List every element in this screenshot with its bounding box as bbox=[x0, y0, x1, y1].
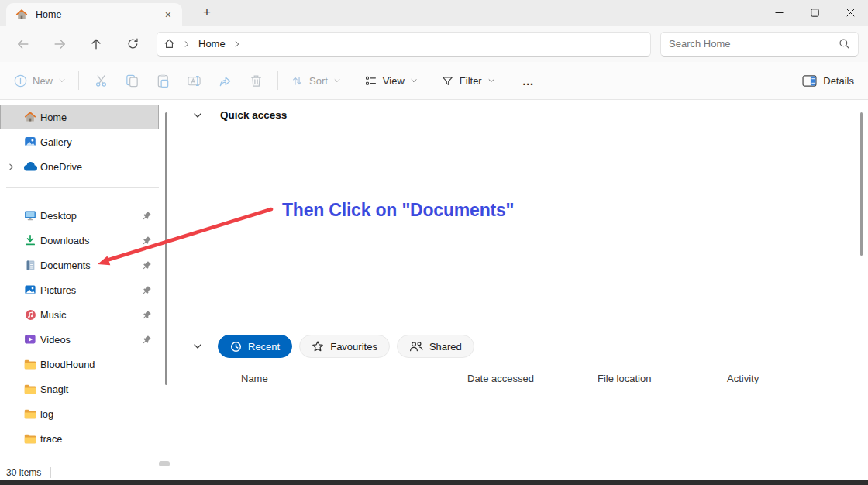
pin-icon[interactable] bbox=[142, 285, 152, 295]
pin-icon[interactable] bbox=[142, 236, 152, 246]
sidebar-item-label: log bbox=[40, 408, 53, 420]
onedrive-icon bbox=[23, 162, 37, 171]
status-bar: 30 items bbox=[0, 465, 868, 480]
pill-shared[interactable]: Shared bbox=[397, 335, 474, 358]
pin-icon[interactable] bbox=[142, 310, 152, 320]
sidebar-item-bloodhound[interactable]: BloodHound bbox=[0, 352, 159, 377]
music-icon bbox=[23, 309, 37, 321]
chevron-down-icon[interactable] bbox=[192, 341, 203, 352]
sidebar-item-trace[interactable]: trace bbox=[0, 426, 159, 451]
pin-icon[interactable] bbox=[142, 335, 152, 345]
pill-recent[interactable]: Recent bbox=[218, 335, 292, 358]
cut-button[interactable] bbox=[85, 67, 116, 94]
sidebar-item-snagit[interactable]: Snagit bbox=[0, 377, 159, 401]
videos-icon bbox=[23, 333, 37, 346]
sidebar-item-label: Downloads bbox=[40, 235, 89, 246]
quick-access-section-header: Quick access bbox=[192, 109, 287, 121]
downloads-icon bbox=[23, 234, 37, 246]
pill-label: Recent bbox=[248, 341, 280, 353]
folder-icon bbox=[23, 384, 37, 394]
sidebar-item-label: OneDrive bbox=[40, 161, 82, 173]
column-header-name[interactable]: Name bbox=[241, 373, 268, 384]
pill-label: Shared bbox=[429, 341, 462, 353]
view-button[interactable]: View bbox=[358, 70, 424, 92]
filter-button-label: Filter bbox=[460, 75, 482, 87]
sidebar-item-label: trace bbox=[40, 433, 62, 445]
paste-button[interactable] bbox=[147, 67, 178, 94]
activity-section-header: Recent Favourites Shared bbox=[192, 335, 474, 358]
desktop-icon bbox=[23, 209, 37, 222]
column-header-activity[interactable]: Activity bbox=[727, 373, 759, 384]
pin-icon[interactable] bbox=[142, 260, 152, 270]
chevron-right-icon[interactable] bbox=[7, 163, 18, 171]
up-button[interactable] bbox=[83, 31, 109, 57]
sidebar-item-downloads[interactable]: Downloads bbox=[0, 228, 159, 253]
close-button[interactable] bbox=[832, 0, 868, 26]
sidebar-item-label: BloodHound bbox=[40, 359, 95, 370]
sort-button[interactable]: Sort bbox=[284, 70, 347, 92]
sidebar-item-documents[interactable]: Documents bbox=[0, 253, 159, 277]
minimize-button[interactable] bbox=[761, 0, 797, 26]
address-bar[interactable]: Home bbox=[157, 32, 651, 57]
search-input[interactable] bbox=[669, 38, 839, 50]
sidebar-item-label: Home bbox=[40, 112, 67, 123]
sidebar-scrollbar[interactable] bbox=[165, 112, 167, 385]
pill-favourites[interactable]: Favourites bbox=[299, 335, 390, 358]
filter-button[interactable]: Filter bbox=[435, 70, 501, 92]
sidebar-item-desktop[interactable]: Desktop bbox=[0, 203, 159, 228]
file-explorer-window: Home × + bbox=[0, 0, 868, 485]
command-toolbar: New Sort bbox=[0, 62, 868, 100]
rename-button[interactable] bbox=[178, 67, 209, 94]
sidebar-item-videos[interactable]: Videos bbox=[0, 327, 159, 352]
pin-icon[interactable] bbox=[142, 211, 152, 221]
details-button-label: Details bbox=[823, 75, 854, 87]
sidebar-item-label: Gallery bbox=[40, 136, 72, 148]
navigation-bar: Home bbox=[0, 26, 868, 62]
pictures-icon bbox=[23, 284, 37, 296]
sidebar-item-label: Videos bbox=[40, 334, 71, 346]
quick-access-label: Quick access bbox=[220, 109, 287, 121]
new-tab-button[interactable]: + bbox=[197, 2, 217, 22]
more-options-button[interactable]: … bbox=[515, 74, 542, 88]
toolbar-separator bbox=[78, 71, 79, 90]
home-icon bbox=[23, 111, 37, 123]
folder-icon bbox=[23, 434, 37, 444]
tab-close-icon[interactable]: × bbox=[162, 9, 174, 21]
sidebar-item-onedrive[interactable]: OneDrive bbox=[0, 154, 159, 179]
folder-icon bbox=[23, 359, 37, 370]
sidebar-scrollbar-corner[interactable] bbox=[159, 461, 170, 466]
forward-button[interactable] bbox=[46, 31, 73, 57]
star-icon bbox=[312, 340, 324, 353]
search-icon[interactable] bbox=[839, 38, 850, 50]
breadcrumb-chevron-icon[interactable] bbox=[233, 40, 241, 48]
tab-home[interactable]: Home × bbox=[6, 3, 182, 26]
chevron-down-icon[interactable] bbox=[192, 110, 203, 121]
sidebar-item-label: Pictures bbox=[40, 284, 76, 296]
sidebar-bottom-divider bbox=[6, 463, 153, 463]
breadcrumb-home[interactable]: Home bbox=[198, 38, 226, 50]
pill-label: Favourites bbox=[330, 341, 377, 353]
delete-button[interactable] bbox=[240, 67, 271, 94]
copy-button[interactable] bbox=[116, 67, 147, 94]
view-button-label: View bbox=[383, 75, 405, 87]
share-button[interactable] bbox=[209, 67, 240, 94]
back-button[interactable] bbox=[10, 31, 36, 57]
clock-icon bbox=[230, 341, 242, 353]
new-button[interactable]: New bbox=[8, 70, 72, 92]
breadcrumb-home-icon[interactable] bbox=[164, 38, 175, 50]
details-button[interactable]: Details bbox=[802, 75, 854, 87]
column-header-file-location[interactable]: File location bbox=[598, 373, 651, 384]
sidebar-item-music[interactable]: Music bbox=[0, 302, 159, 327]
refresh-button[interactable] bbox=[119, 31, 146, 57]
sidebar-item-home[interactable]: Home bbox=[0, 105, 159, 129]
activity-filter-pills: Recent Favourites Shared bbox=[218, 335, 474, 358]
breadcrumb-chevron-icon[interactable] bbox=[183, 40, 191, 48]
maximize-button[interactable] bbox=[797, 0, 832, 26]
sidebar-item-label: Desktop bbox=[40, 210, 77, 222]
column-header-date-accessed[interactable]: Date accessed bbox=[467, 373, 534, 384]
status-separator bbox=[50, 467, 51, 478]
sidebar-item-pictures[interactable]: Pictures bbox=[0, 277, 159, 302]
sidebar-item-gallery[interactable]: Gallery bbox=[0, 129, 159, 154]
sort-button-label: Sort bbox=[309, 75, 328, 87]
sidebar-item-log[interactable]: log bbox=[0, 401, 159, 426]
